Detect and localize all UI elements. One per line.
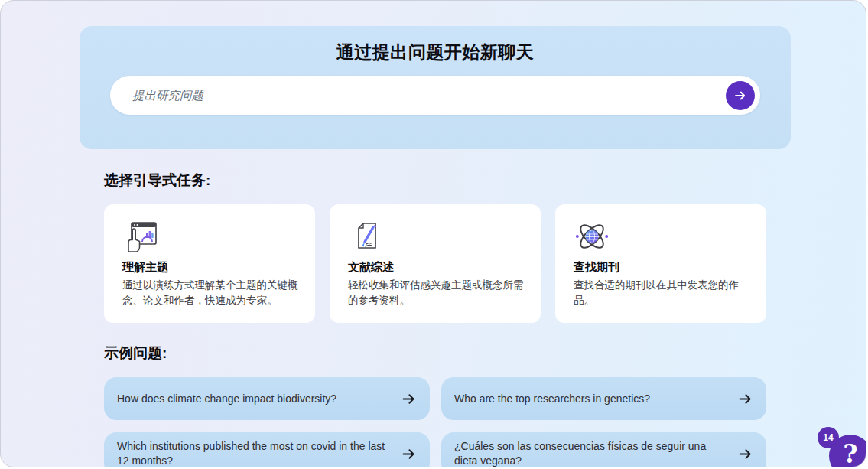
arrow-right-icon [737,391,753,407]
help-widget: 14 ? [829,435,866,467]
example-question-text: How does climate change impact biodivers… [117,392,401,406]
card-description: 通过以演练方式理解某个主题的关键概念、论文和作者，快速成为专家。 [122,278,298,308]
task-cards-row: 理解主题 通过以演练方式理解某个主题的关键概念、论文和作者，快速成为专家。 文献… [104,204,866,323]
research-question-input[interactable] [110,89,726,103]
example-question-text: Who are the top researchers in genetics? [454,392,737,406]
arrow-right-icon [401,391,417,407]
arrow-right-icon [401,446,417,462]
card-description: 轻松收集和评估感兴趣主题或概念所需的参考资料。 [348,278,524,308]
example-questions-grid: How does climate change impact biodivers… [104,377,866,467]
card-title: 理解主题 [122,260,298,275]
card-description: 查找合适的期刊以在其中发表您的作品。 [574,278,749,308]
submit-question-button[interactable] [726,81,755,110]
example-question-text: Which institutions published the most on… [117,439,401,467]
new-chat-panel: 通过提出问题开始新聊天 [80,26,791,149]
example-question-vegan-diet[interactable]: ¿Cuáles son las consecuencias físicas de… [441,432,766,467]
example-question-genetics[interactable]: Who are the top researchers in genetics? [441,377,766,420]
arrow-right-icon [733,89,747,103]
question-mark-icon: ? [843,439,857,467]
card-understand-topic[interactable]: 理解主题 通过以演练方式理解某个主题的关键概念、论文和作者，快速成为专家。 [104,204,315,323]
question-input-container [110,76,760,115]
document-pen-icon [348,221,385,252]
example-question-climate[interactable]: How does climate change impact biodivers… [104,377,430,420]
example-question-text: ¿Cuáles son las consecuencias físicas de… [454,439,737,467]
arrow-right-icon [737,446,753,462]
card-title: 文献综述 [348,260,524,275]
example-question-covid[interactable]: Which institutions published the most on… [104,432,430,467]
app-window: 通过提出问题开始新聊天 选择引导式任务: [0,0,866,467]
card-title: 查找期刊 [574,260,749,275]
guided-tasks-heading: 选择引导式任务: [104,171,866,191]
card-literature-review[interactable]: 文献综述 轻松收集和评估感兴趣主题或概念所需的参考资料。 [330,204,541,323]
card-find-journals[interactable]: 查找期刊 查找合适的期刊以在其中发表您的作品。 [555,204,766,323]
atom-globe-icon [574,221,610,252]
hand-browser-chart-icon [122,221,159,252]
panel-title: 通过提出问题开始新聊天 [80,26,791,64]
example-questions-heading: 示例问题: [104,344,866,363]
